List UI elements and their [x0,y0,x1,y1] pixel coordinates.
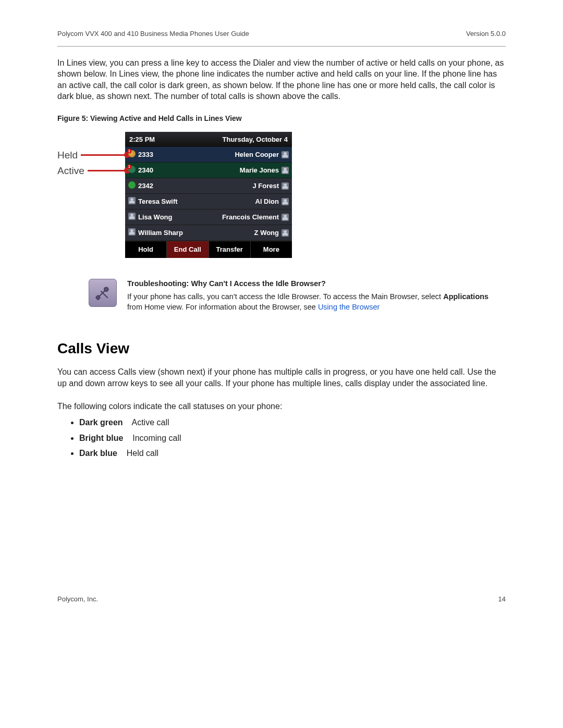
intro-paragraph: In Lines view, you can press a line key … [57,57,506,102]
troubleshooting-note: Troubleshooting: Why Can't I Access the … [89,279,506,313]
available-icon [128,181,136,189]
note-body: Troubleshooting: Why Can't I Access the … [127,279,506,313]
line-right-label: Al Dion [255,197,279,206]
line-left-label: William Sharp [138,228,183,238]
person-icon [282,214,289,221]
doc-version: Version 5.0.0 [466,29,506,39]
page-header: Polycom VVX 400 and 410 Business Media P… [57,29,506,47]
person-icon [128,228,136,236]
person-icon [282,229,289,237]
note-text-mid: from Home view. For information about th… [127,303,318,311]
line-left-label: 2342 [138,181,153,191]
callout-leader-line [81,154,125,156]
color-desc: Active call [123,418,169,427]
line-left-label: Teresa Swift [138,197,178,206]
figure-lines-view: Held Active 2:25 PM Thursday, October 4 … [57,132,506,258]
line-right-label: Marie Jones [240,166,279,175]
softkey-transfer[interactable]: Transfer [209,241,251,258]
phone-screen: 2:25 PM Thursday, October 4 12333Helen C… [125,132,292,258]
line-left-label: 2333 [138,150,153,159]
line-left: William Sharp [128,228,183,238]
figure-caption: Figure 5: Viewing Active and Held Calls … [57,114,506,124]
person-icon [282,198,289,205]
footer-company: Polycom, Inc. [57,595,98,604]
line-left: Teresa Swift [128,197,178,207]
phone-line-row[interactable]: William SharpZ Wong [125,225,292,241]
callout-active: Active [57,164,84,178]
line-left-label: Lisa Wong [138,213,172,222]
count-badge: 1 [127,149,131,153]
person-icon [282,151,289,158]
person-icon [282,167,289,174]
line-right: Z Wong [254,228,289,238]
phone-softkey-bar: HoldEnd CallTransferMore [125,241,292,258]
callout-leader-line [88,170,125,171]
line-left: 12340 [128,166,153,176]
phone-line-row[interactable]: 12333Helen Cooper [125,147,292,163]
person-icon [128,197,136,204]
line-right-label: J Forest [252,181,279,191]
tools-icon [89,279,117,307]
phone-time: 2:25 PM [129,135,155,144]
color-status-list: Dark green Active callBright blue Incomi… [57,417,506,459]
phone-line-list: 12333Helen Cooper12340Marie Jones2342J F… [125,147,292,241]
line-left: Lisa Wong [128,213,172,223]
phone-date: Thursday, October 4 [223,135,288,144]
softkey-end-call[interactable]: End Call [167,241,209,258]
person-icon [282,182,289,190]
line-left: 12333 [128,150,153,160]
section-para-1: You can access Calls view (shown next) i… [57,366,506,389]
section-para-2: The following colors indicate the call s… [57,401,506,412]
line-right: Helen Cooper [235,150,289,159]
phone-line-row[interactable]: Lisa WongFrancois Clement [125,209,292,225]
color-label: Dark blue [79,449,117,458]
svg-point-0 [104,287,108,291]
line-left-label: 2340 [138,166,153,175]
phone-line-row[interactable]: 12340Marie Jones [125,163,292,178]
note-text-pre: If your phone has calls, you can't acces… [127,292,443,301]
color-desc: Incoming call [123,434,181,442]
color-label: Dark green [79,418,123,427]
phone-line-row[interactable]: 2342J Forest [125,178,292,194]
line-right-label: Helen Cooper [235,150,279,159]
color-item: Bright blue Incoming call [79,433,506,444]
note-text-bold: Applications [443,292,488,301]
softkey-hold[interactable]: Hold [125,241,167,258]
line-right: Marie Jones [240,166,289,175]
color-desc: Held call [117,449,158,458]
line-right: Al Dion [255,197,289,206]
line-right: Francois Clement [222,213,289,222]
color-label: Bright blue [79,434,123,442]
count-badge: 1 [127,165,131,169]
doc-title: Polycom VVX 400 and 410 Business Media P… [57,29,249,39]
phone-line-row[interactable]: Teresa SwiftAl Dion [125,194,292,209]
section-heading: Calls View [57,339,506,359]
note-title: Troubleshooting: Why Can't I Access the … [127,279,506,289]
footer-page-number: 14 [498,595,506,604]
softkey-more[interactable]: More [251,241,292,258]
color-item: Dark green Active call [79,417,506,428]
color-item: Dark blue Held call [79,448,506,459]
line-left: 2342 [128,181,153,191]
line-right-label: Z Wong [254,228,279,238]
person-icon [128,213,136,220]
browser-link[interactable]: Using the Browser [318,303,380,311]
line-right-label: Francois Clement [222,213,279,222]
page-footer: Polycom, Inc. 14 [57,595,506,604]
line-right: J Forest [252,181,289,191]
figure-callouts: Held Active [57,132,125,179]
callout-held: Held [57,149,78,162]
phone-status-bar: 2:25 PM Thursday, October 4 [125,132,292,147]
